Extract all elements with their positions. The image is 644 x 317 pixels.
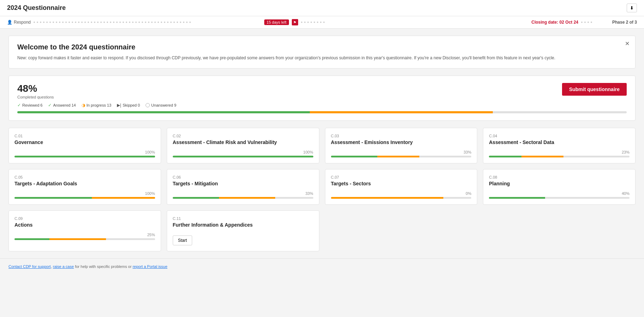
check-icon-reviewed: ✓ <box>17 103 21 108</box>
section-bar-green <box>14 197 92 199</box>
section-bar <box>331 197 472 199</box>
section-code: C.04 <box>489 134 630 138</box>
dot <box>183 22 184 23</box>
phase-label: Phase 2 of 3 <box>612 20 637 25</box>
legend-answered-label: Answered 14 <box>53 103 76 107</box>
dot <box>65 22 67 23</box>
welcome-text: New: copy forward makes it faster and ea… <box>17 55 627 61</box>
section-bar-row: 100% <box>173 150 313 154</box>
footer-text-middle: for help with specific problems or <box>75 264 132 269</box>
dot <box>49 22 51 23</box>
progress-percent: 48% <box>17 83 54 94</box>
dot <box>53 22 54 23</box>
dot <box>158 22 159 23</box>
app-title: 2024 Questionnaire <box>7 4 66 12</box>
dot <box>59 22 60 23</box>
dot <box>46 22 48 23</box>
dot <box>320 22 321 23</box>
section-percent: 33% <box>463 150 471 154</box>
legend-reviewed: ✓ Reviewed 6 <box>17 103 42 108</box>
dot <box>173 22 175 23</box>
dot <box>129 22 130 23</box>
progress-section: 48% Completed questions Submit questionn… <box>8 76 636 121</box>
dot <box>142 22 143 23</box>
section-card-c05[interactable]: C.05 Targets - Adaptation Goals 100% <box>8 169 161 205</box>
section-card-c11[interactable]: C.11 Further Information & Appendices St… <box>167 210 319 251</box>
app-header: 2024 Questionnaire ⬇ <box>0 0 644 16</box>
section-name: Targets - Mitigation <box>173 181 313 186</box>
timeline-dots-left <box>34 22 261 23</box>
submit-questionnaire-button[interactable]: Submit questionnaire <box>562 83 627 96</box>
check-icon-answered: ✓ <box>48 103 52 108</box>
section-percent: 100% <box>145 191 155 196</box>
legend-unanswered: Unanswered 9 <box>146 103 176 107</box>
dot <box>56 22 57 23</box>
section-bar <box>489 197 630 199</box>
close-banner-button[interactable]: ✕ <box>625 40 630 47</box>
download-button[interactable]: ⬇ <box>627 4 637 12</box>
legend-answered: ✓ Answered 14 <box>48 103 76 108</box>
section-bar-row: 23% <box>489 150 630 154</box>
legend-in-progress-label: In progress 13 <box>87 103 111 107</box>
dot <box>94 22 95 23</box>
legend-skipped: ▶| Skipped 0 <box>117 103 140 108</box>
respond-label: Respond <box>14 20 31 25</box>
section-card-c01[interactable]: C.01 Governance 100% <box>8 128 161 163</box>
raise-case-link[interactable]: raise a case <box>53 264 74 269</box>
dot <box>314 22 315 23</box>
progress-bar-orange <box>310 111 493 113</box>
section-bar-green <box>14 238 49 240</box>
dot <box>304 22 306 23</box>
dot <box>123 22 124 23</box>
section-card-c07[interactable]: C.07 Targets - Sectors 0% <box>325 169 478 205</box>
section-card-c02[interactable]: C.02 Assessment - Climate Risk and Vulne… <box>167 128 319 163</box>
progress-header: 48% Completed questions Submit questionn… <box>17 83 627 99</box>
legend-row: ✓ Reviewed 6 ✓ Answered 14 ◑ In progress… <box>17 103 627 108</box>
dot <box>104 22 105 23</box>
section-card-c08[interactable]: C.08 Planning 40% <box>483 169 636 205</box>
section-percent: 25% <box>147 233 155 237</box>
section-bar-orange <box>49 238 106 240</box>
overall-progress-bar <box>17 111 627 113</box>
progress-info: 48% Completed questions <box>17 83 54 99</box>
dot <box>69 22 70 23</box>
section-bar-green <box>489 197 545 199</box>
progress-bar-green <box>17 111 310 113</box>
dot <box>301 22 302 23</box>
section-code: C.06 <box>173 175 313 179</box>
section-bar-row: 100% <box>14 191 155 196</box>
dot <box>180 22 181 23</box>
main-content: Welcome to the 2024 questionnaire New: c… <box>0 29 644 258</box>
section-bar-orange <box>377 156 419 157</box>
section-percent: 100% <box>303 150 313 154</box>
days-left-badge: 15 days left <box>264 19 289 25</box>
dot <box>148 22 149 23</box>
dot <box>145 22 146 23</box>
contact-cdp-link[interactable]: Contact CDP for support <box>8 264 51 269</box>
timeline-dots-far-right <box>581 22 609 23</box>
section-card-c03[interactable]: C.03 Assessment - Emissions Inventory 33… <box>325 128 478 163</box>
legend-skipped-label: Skipped 0 <box>123 103 140 107</box>
section-bar <box>489 156 630 157</box>
sections-grid: C.01 Governance 100% C.02 Assessment - C… <box>8 128 636 251</box>
section-card-c06[interactable]: C.06 Targets - Mitigation 33% <box>167 169 319 205</box>
dot <box>34 22 35 23</box>
dot <box>110 22 111 23</box>
dot <box>177 22 178 23</box>
dot <box>135 22 137 23</box>
section-percent: 0% <box>466 191 471 196</box>
section-card-c09[interactable]: C.09 Actions 25% <box>8 210 161 251</box>
dot <box>151 22 153 23</box>
dot <box>43 22 45 23</box>
section-bar-green <box>173 197 219 199</box>
dot <box>100 22 102 23</box>
section-percent: 100% <box>145 150 155 154</box>
report-portal-issue-link[interactable]: report a Portal issue <box>132 264 167 269</box>
dot <box>78 22 79 23</box>
section-card-c04[interactable]: C.04 Assessment - Sectoral Data 23% <box>483 128 636 163</box>
section-bar-row: 25% <box>14 233 155 237</box>
section-bar <box>173 156 313 157</box>
start-button-c11[interactable]: Start <box>173 235 192 245</box>
legend-unanswered-label: Unanswered 9 <box>151 103 176 107</box>
section-name: Targets - Adaptation Goals <box>14 181 155 186</box>
